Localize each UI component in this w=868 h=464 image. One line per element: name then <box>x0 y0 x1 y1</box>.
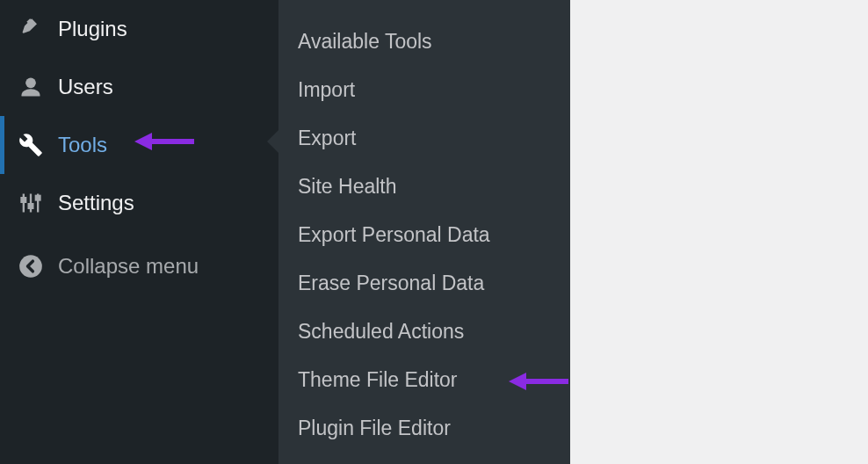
submenu-item-scheduled-actions[interactable]: Scheduled Actions <box>278 308 570 356</box>
svg-point-0 <box>25 78 36 89</box>
sidebar-item-label: Tools <box>58 133 107 157</box>
sidebar-item-tools[interactable]: Tools <box>0 116 278 174</box>
tools-submenu: Available Tools Import Export Site Healt… <box>278 0 570 464</box>
svg-point-7 <box>19 255 42 278</box>
sidebar-item-label: Plugins <box>58 17 127 41</box>
sidebar-item-users[interactable]: Users <box>0 58 278 116</box>
plugin-icon <box>18 16 44 42</box>
submenu-item-site-health[interactable]: Site Health <box>278 163 570 211</box>
submenu-item-available-tools[interactable]: Available Tools <box>278 18 570 66</box>
content-area <box>570 0 868 464</box>
svg-rect-6 <box>36 196 40 200</box>
collapse-label: Collapse menu <box>58 254 199 279</box>
submenu-item-import[interactable]: Import <box>278 66 570 114</box>
collapse-menu-button[interactable]: Collapse menu <box>0 237 278 295</box>
submenu-item-erase-personal-data[interactable]: Erase Personal Data <box>278 259 570 308</box>
svg-rect-4 <box>22 198 26 202</box>
settings-icon <box>18 190 44 216</box>
sidebar-item-label: Users <box>58 75 113 99</box>
tools-icon <box>18 132 44 158</box>
submenu-item-theme-file-editor[interactable]: Theme File Editor <box>278 356 570 404</box>
collapse-icon <box>18 253 44 279</box>
sidebar-item-label: Settings <box>58 191 134 215</box>
submenu-item-plugin-file-editor[interactable]: Plugin File Editor <box>278 404 570 453</box>
svg-rect-5 <box>29 204 33 208</box>
submenu-item-export[interactable]: Export <box>278 114 570 163</box>
users-icon <box>18 74 44 100</box>
submenu-item-export-personal-data[interactable]: Export Personal Data <box>278 211 570 259</box>
sidebar-item-plugins[interactable]: Plugins <box>0 0 278 58</box>
admin-sidebar: Plugins Users Tools <box>0 0 278 464</box>
sidebar-item-settings[interactable]: Settings <box>0 174 278 232</box>
